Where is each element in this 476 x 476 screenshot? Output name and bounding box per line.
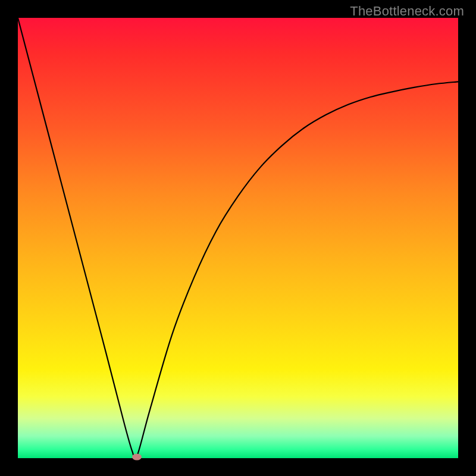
minimum-marker bbox=[132, 453, 142, 460]
watermark-text: TheBottleneck.com bbox=[350, 4, 464, 19]
bottleneck-curve bbox=[18, 18, 458, 461]
curve-layer bbox=[18, 18, 458, 458]
plot-area bbox=[18, 18, 458, 458]
chart-frame: TheBottleneck.com bbox=[0, 0, 476, 476]
